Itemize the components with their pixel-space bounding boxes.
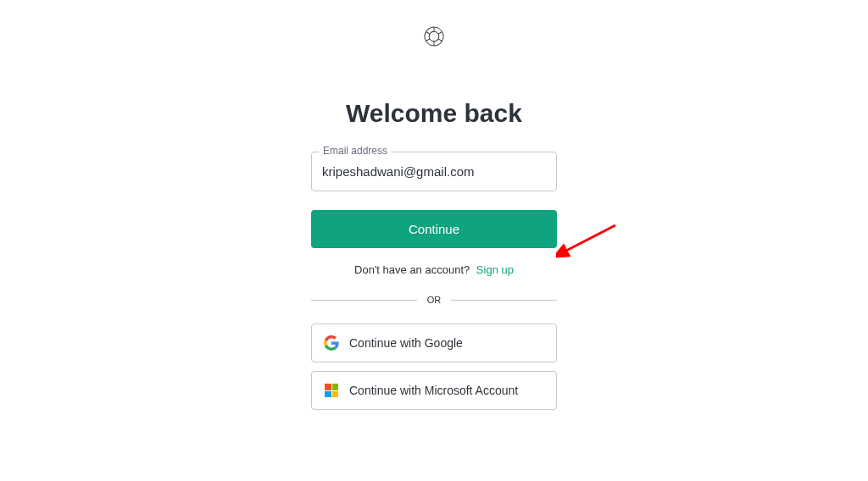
svg-line-4 [426,39,429,41]
continue-button[interactable]: Continue [311,210,557,248]
microsoft-icon [324,383,339,398]
email-label: Email address [320,145,391,157]
svg-line-1 [438,32,442,35]
svg-line-2 [438,39,442,41]
divider: OR [311,295,557,305]
divider-line-left [311,300,417,301]
email-input[interactable] [311,152,557,191]
signup-prompt-row: Don't have an account? Sign up [354,263,514,276]
google-icon [324,335,339,351]
page-title: Welcome back [346,99,522,128]
email-field-wrapper: Email address [311,152,557,191]
continue-with-microsoft-button[interactable]: Continue with Microsoft Account [311,371,557,410]
signup-prompt-text: Don't have an account? [354,263,470,276]
login-form: Welcome back Email address Continue Don'… [311,99,557,418]
google-button-label: Continue with Google [349,336,463,350]
divider-line-right [451,300,557,301]
divider-label: OR [417,295,452,305]
annotation-arrow-icon [556,217,624,285]
continue-with-google-button[interactable]: Continue with Google [311,323,557,362]
svg-line-6 [563,225,615,252]
microsoft-button-label: Continue with Microsoft Account [349,384,518,397]
signup-link[interactable]: Sign up [476,263,514,276]
openai-logo-icon [421,24,447,53]
